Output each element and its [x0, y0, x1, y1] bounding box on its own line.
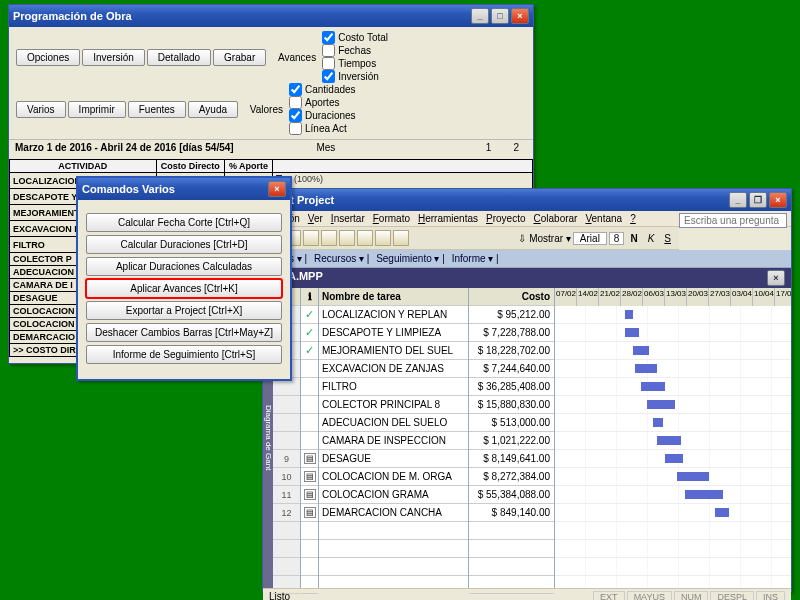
gantt-row[interactable] [555, 432, 791, 450]
bold-icon[interactable]: N [630, 233, 637, 244]
underline-icon[interactable]: S [664, 233, 671, 244]
task-cost[interactable]: $ 8,149,641.00 [469, 450, 554, 468]
prog-titlebar[interactable]: Programación de Obra _ □ × [9, 5, 533, 27]
gantt-bar[interactable] [665, 454, 683, 463]
prog-varios-button[interactable]: Varios [16, 101, 66, 118]
gantt-bar[interactable] [633, 346, 649, 355]
task-cost[interactable]: $ 513,000.00 [469, 414, 554, 432]
cost-col[interactable]: Costo$ 95,212.00$ 7,228,788.00$ 18,228,7… [469, 288, 555, 588]
cmd-button[interactable]: Calcular Duraciones [Ctrl+D] [86, 235, 282, 254]
task-cost[interactable]: $ 7,228,788.00 [469, 324, 554, 342]
flag-cantidades[interactable]: Cantidades [289, 83, 356, 96]
gantt-row[interactable] [555, 486, 791, 504]
tab-seguimiento[interactable]: Seguimiento ▾ | [376, 253, 448, 264]
menu-?[interactable]: ? [630, 213, 636, 224]
task-cost[interactable]: $ 95,212.00 [469, 306, 554, 324]
task-name[interactable]: MEJORAMIENTO DEL SUEL [319, 342, 468, 360]
task-name[interactable]: COLOCACION DE M. ORGA [319, 468, 468, 486]
gantt-row[interactable] [555, 450, 791, 468]
menu-insertar[interactable]: Insertar [331, 213, 365, 224]
gantt-bar[interactable] [677, 472, 709, 481]
gantt-row[interactable] [555, 504, 791, 522]
save-icon[interactable] [303, 230, 319, 246]
task-name-col[interactable]: Nombre de tareaLOCALIZACION Y REPLANDESC… [319, 288, 469, 588]
menu-herramientas[interactable]: Herramientas [418, 213, 478, 224]
task-name[interactable]: DESAGUE [319, 450, 468, 468]
size-selector[interactable]: 8 [609, 232, 625, 245]
task-name[interactable]: DEMARCACION CANCHA [319, 504, 468, 522]
gantt-bar[interactable] [625, 328, 639, 337]
gantt-bar[interactable] [635, 364, 657, 373]
menu-colaborar[interactable]: Colaborar [534, 213, 578, 224]
flag-fechas[interactable]: Fechas [322, 44, 388, 57]
gantt-bar[interactable] [657, 436, 681, 445]
prog-opciones-button[interactable]: Opciones [16, 49, 80, 66]
flag-inversión[interactable]: Inversión [322, 70, 388, 83]
msp-tabstrip[interactable]: areas ▾ | Recursos ▾ | Seguimiento ▾ | I… [263, 250, 791, 268]
cmd-titlebar[interactable]: Comandos Varios × [78, 178, 290, 200]
gantt-area[interactable]: 07/0214/0221/0228/0206/0313/0320/0327/03… [555, 288, 791, 588]
cmd-button[interactable]: Exportar a Project [Ctrl+X] [86, 301, 282, 320]
italic-icon[interactable]: K [648, 233, 655, 244]
gantt-bar[interactable] [641, 382, 665, 391]
gantt-bar[interactable] [625, 310, 633, 319]
task-name[interactable]: COLOCACION GRAMA [319, 486, 468, 504]
maximize-icon[interactable]: □ [491, 8, 509, 24]
task-name[interactable]: ADECUACION DEL SUELO [319, 414, 468, 432]
task-cost[interactable]: $ 55,384,088.00 [469, 486, 554, 504]
task-name[interactable]: FILTRO [319, 378, 468, 396]
doc-close-icon[interactable]: × [767, 270, 785, 286]
task-name[interactable]: EXCAVACION DE ZANJAS [319, 360, 468, 378]
font-selector[interactable]: Arial [573, 232, 607, 245]
flag-costo total[interactable]: Costo Total [322, 31, 388, 44]
tab-informe[interactable]: Informe ▾ | [452, 253, 499, 264]
gantt-row[interactable] [555, 414, 791, 432]
task-name[interactable]: COLECTOR PRINCIPAL 8 [319, 396, 468, 414]
gantt-row[interactable] [555, 378, 791, 396]
task-cost[interactable]: $ 7,244,640.00 [469, 360, 554, 378]
cmd-button[interactable]: Aplicar Avances [Ctrl+K] [86, 279, 282, 298]
menu-ver[interactable]: Ver [308, 213, 323, 224]
cmd-button[interactable]: Calcular Fecha Corte [Ctrl+Q] [86, 213, 282, 232]
cut-icon[interactable] [339, 230, 355, 246]
flag-aportes[interactable]: Aportes [289, 96, 356, 109]
prog-detallado-button[interactable]: Detallado [147, 49, 211, 66]
close-icon[interactable]: × [511, 8, 529, 24]
gantt-row[interactable] [555, 306, 791, 324]
restore-icon[interactable]: ❐ [749, 192, 767, 208]
msp-titlebar[interactable]: osoft Project _ ❐ × [263, 189, 791, 211]
task-name[interactable]: DESCAPOTE Y LIMPIEZA [319, 324, 468, 342]
task-cost[interactable]: $ 849,140.00 [469, 504, 554, 522]
menu-ventana[interactable]: Ventana [585, 213, 622, 224]
task-cost[interactable]: $ 8,272,384.00 [469, 468, 554, 486]
gantt-row[interactable] [555, 342, 791, 360]
msp-iconrow1[interactable]: ⇩ Mostrar ▾ Arial 8 N K S [263, 227, 679, 250]
task-cost[interactable]: $ 15,880,830.00 [469, 396, 554, 414]
gantt-bar[interactable] [653, 418, 663, 427]
gantt-bar[interactable] [647, 400, 675, 409]
gantt-bar[interactable] [715, 508, 729, 517]
gantt-row[interactable] [555, 324, 791, 342]
task-name[interactable]: LOCALIZACION Y REPLAN [319, 306, 468, 324]
copy-icon[interactable] [357, 230, 373, 246]
prog-imprimir-button[interactable]: Imprimir [68, 101, 126, 118]
gantt-row[interactable] [555, 468, 791, 486]
flag-tiempos[interactable]: Tiempos [322, 57, 388, 70]
prog-inversión-button[interactable]: Inversión [82, 49, 145, 66]
task-cost[interactable]: $ 1,021,222.00 [469, 432, 554, 450]
flag-duraciones[interactable]: Duraciones [289, 109, 356, 122]
tab-recursos[interactable]: Recursos ▾ | [314, 253, 372, 264]
task-cost[interactable]: $ 36,285,408.00 [469, 378, 554, 396]
task-cost[interactable]: $ 18,228,702.00 [469, 342, 554, 360]
msp-menubar[interactable]: EdiciónVerInsertarFormatoHerramientasPro… [263, 211, 791, 227]
minimize-icon[interactable]: _ [471, 8, 489, 24]
prog-grabar-button[interactable]: Grabar [213, 49, 266, 66]
menu-proyecto[interactable]: Proyecto [486, 213, 525, 224]
undo-icon[interactable] [393, 230, 409, 246]
cmd-button[interactable]: Deshacer Cambios Barras [Ctrl+May+Z] [86, 323, 282, 342]
cmd-button[interactable]: Aplicar Duraciones Calculadas [86, 257, 282, 276]
gantt-row[interactable] [555, 360, 791, 378]
gantt-row[interactable] [555, 396, 791, 414]
flag-línea act[interactable]: Línea Act [289, 122, 356, 135]
prog-fuentes-button[interactable]: Fuentes [128, 101, 186, 118]
